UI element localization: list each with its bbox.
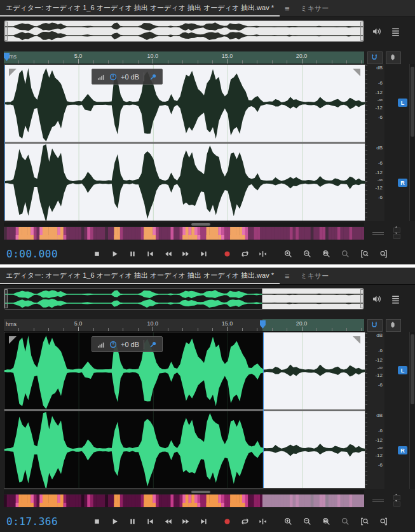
zoom-full-button[interactable] [337, 514, 353, 529]
hud-gain-value[interactable]: +0 dB [121, 73, 139, 81]
volume-hud[interactable]: +0 dB [92, 69, 163, 85]
waveform-channel-left [4, 332, 365, 409]
zoom-to-selection-button[interactable] [318, 246, 334, 261]
rewind-button[interactable] [160, 514, 175, 529]
waveform-editor[interactable]: +0 dB [4, 332, 365, 489]
scroll-down-button[interactable] [393, 234, 400, 239]
ruler-tick [346, 328, 347, 331]
fade-out-handle[interactable] [353, 336, 360, 344]
zoom-selection-in-point-button[interactable] [357, 514, 372, 529]
scroll-down-button[interactable] [393, 501, 400, 507]
volume-knob-icon[interactable] [109, 72, 118, 81]
monitor-icon[interactable] [371, 26, 382, 37]
hud-pin-icon[interactable] [144, 340, 158, 349]
overview-navigator[interactable] [4, 20, 364, 42]
skip-to-end-button[interactable] [196, 246, 211, 261]
volume-hud[interactable]: +0 dB [92, 336, 163, 352]
zoom-in-button[interactable] [280, 514, 296, 529]
zoom-out-button[interactable] [299, 514, 315, 529]
tab-mixer[interactable]: ミキサー [295, 0, 335, 17]
pause-button[interactable] [125, 514, 140, 529]
db-mark-label: -∞ [378, 98, 383, 103]
rewind-button[interactable] [160, 246, 175, 261]
move-playhead-button[interactable] [255, 514, 270, 529]
overview-navigator[interactable] [4, 288, 364, 310]
skip-to-end-button[interactable] [196, 514, 211, 529]
monitor-icon[interactable] [371, 294, 382, 304]
editor-tab-label: エディター: オーディオ 1_6 オーディオ 抽出 オーディオ 抽出 オーディオ… [6, 3, 274, 13]
ruler-tick [198, 328, 198, 331]
play-button[interactable] [107, 514, 122, 529]
channel-badge-left[interactable]: L [398, 99, 407, 107]
zoom-full-button[interactable] [337, 246, 353, 261]
zoom-selection-out-point-button[interactable] [376, 246, 391, 261]
overview-right-handle[interactable] [360, 289, 364, 308]
fade-out-handle[interactable] [353, 69, 360, 76]
channel-badge-right[interactable]: R [398, 179, 407, 187]
skip-to-start-button[interactable] [142, 246, 158, 261]
zoom-out-button[interactable] [299, 246, 315, 261]
hud-gain-value[interactable]: +0 dB [121, 341, 139, 348]
loop-playback-button[interactable] [237, 514, 252, 529]
panel-list-icon[interactable] [390, 26, 401, 37]
fade-in-handle[interactable] [9, 336, 17, 344]
volume-knob-icon[interactable] [109, 340, 118, 349]
overview-right-handle[interactable] [360, 22, 364, 41]
transport-buttons [89, 246, 270, 261]
fade-in-handle[interactable] [9, 69, 17, 76]
panel-menu-icon[interactable]: ≡ [280, 0, 295, 17]
record-button[interactable] [219, 514, 235, 529]
fast-forward-button[interactable] [178, 246, 193, 261]
tab-editor[interactable]: エディター: オーディオ 1_6 オーディオ 抽出 オーディオ 抽出 オーディオ… [0, 0, 280, 17]
overview-left-handle[interactable] [4, 289, 8, 308]
timecode-display[interactable]: 0:17.366 [6, 515, 89, 528]
zoom-selection-in-point-button[interactable] [357, 246, 372, 261]
overview-row [4, 20, 415, 43]
skip-to-start-button[interactable] [142, 514, 158, 529]
marker-button[interactable] [386, 51, 401, 64]
spectral-display[interactable] [4, 494, 364, 507]
marker-icon [388, 53, 399, 64]
spectral-display[interactable] [4, 227, 364, 240]
vertical-scroll-thumb[interactable] [411, 67, 414, 137]
panel-list-icon[interactable] [390, 294, 401, 304]
horizontal-scrollbar[interactable] [4, 222, 364, 226]
stop-button[interactable] [89, 514, 104, 529]
ruler-tick [168, 60, 168, 64]
waveform-editor[interactable]: +0 dB [4, 64, 365, 221]
ruler-unit-label: hms [6, 321, 17, 327]
ruler-selection-highlight [4, 51, 364, 64]
ruler-tick-label: 15.0 [222, 320, 233, 327]
overview-left-handle[interactable] [4, 22, 8, 41]
record-button[interactable] [219, 246, 235, 261]
snap-toggle-button[interactable] [367, 51, 383, 64]
horizontal-scroll-thumb[interactable] [191, 491, 210, 493]
channel-badge-left[interactable]: L [398, 366, 407, 374]
stop-button[interactable] [89, 246, 104, 261]
channel-badge-right[interactable]: R [398, 446, 407, 454]
pause-button[interactable] [125, 246, 140, 261]
panel-menu-icon[interactable]: ≡ [280, 268, 295, 284]
fast-forward-button[interactable] [178, 514, 193, 529]
vertical-scrollbar[interactable] [409, 332, 415, 489]
vertical-scroll-thumb[interactable] [411, 334, 414, 404]
horizontal-scrollbar[interactable] [4, 490, 364, 494]
zoom-selection-out-point-button[interactable] [376, 514, 391, 529]
zoom-in-button[interactable] [280, 246, 296, 261]
vertical-scrollbar[interactable] [409, 64, 415, 221]
hud-pin-icon[interactable] [144, 72, 158, 81]
snap-toggle-button[interactable] [367, 319, 383, 332]
zoom-to-selection-button[interactable] [318, 514, 334, 529]
timeline-ruler[interactable]: hms 5.010.015.020.0 [4, 51, 364, 64]
marker-button[interactable] [386, 319, 401, 332]
timecode-display[interactable]: 0:00.000 [6, 248, 89, 260]
loop-playback-button[interactable] [237, 246, 252, 261]
marker-icon [388, 320, 399, 331]
tab-editor[interactable]: エディター: オーディオ 1_6 オーディオ 抽出 オーディオ 抽出 オーディオ… [0, 268, 280, 284]
move-playhead-button[interactable] [255, 246, 270, 261]
tab-mixer[interactable]: ミキサー [295, 268, 335, 284]
play-button[interactable] [107, 246, 122, 261]
horizontal-scroll-thumb[interactable] [191, 223, 210, 226]
ruler-tick-label: 5.0 [74, 320, 83, 327]
timeline-ruler[interactable]: hms 5.010.015.020.0 [4, 319, 364, 332]
